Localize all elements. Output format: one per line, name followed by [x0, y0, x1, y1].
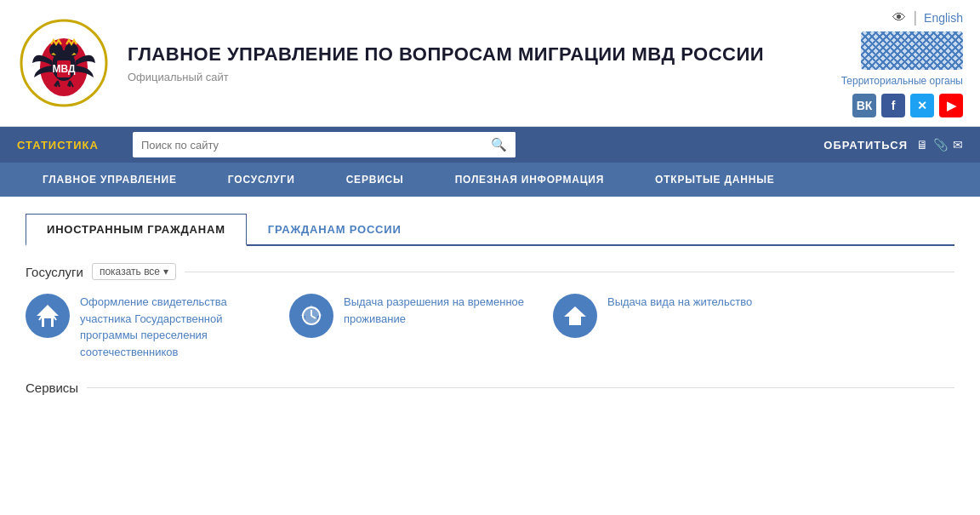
social-row: ВК f ✕ ▶	[852, 94, 963, 117]
service-icon-2	[289, 294, 333, 338]
service-icon-3	[553, 294, 597, 338]
region-link[interactable]: Территориальные органы	[841, 75, 963, 87]
lang-row: 👁 | English	[892, 9, 963, 26]
servisy-heading-row: Сервисы	[26, 381, 954, 395]
service-card-2: Выдача разрешения на временное проживани…	[289, 294, 527, 360]
services-row: Оформление свидетельства участника Госуд…	[26, 294, 954, 360]
contact-label[interactable]: ОБРАТИТЬСЯ	[823, 139, 908, 152]
tab-russian[interactable]: ГРАЖДАНАМ РОССИИ	[247, 214, 423, 246]
svg-rect-11	[44, 318, 51, 327]
header-title-block: ГЛАВНОЕ УПРАВЛЕНИЕ ПО ВОПРОСАМ МИГРАЦИИ …	[128, 43, 827, 83]
lang-divider: |	[913, 9, 917, 26]
youtube-button[interactable]: ▶	[939, 94, 963, 117]
nav-top-right: ОБРАТИТЬСЯ 🖥 📎 ✉	[823, 138, 963, 152]
nav-gosuslugi-item[interactable]: ГОСУСЛУГИ	[202, 163, 321, 197]
header-subtitle: Официальный сайт	[128, 71, 827, 83]
svg-text:МВД: МВД	[52, 63, 76, 75]
phone-icon: 📎	[933, 138, 948, 152]
service-icon-1	[26, 294, 70, 338]
nav-top-bar: СТАТИСТИКА 🔍 ОБРАТИТЬСЯ 🖥 📎 ✉	[0, 127, 980, 163]
nav-services-item[interactable]: СЕРВИСЫ	[321, 163, 430, 197]
english-link[interactable]: English	[924, 11, 963, 25]
nav-main-item[interactable]: ГЛАВНОЕ УПРАВЛЕНИЕ	[17, 163, 202, 197]
nav-useful-item[interactable]: ПОЛЕЗНАЯ ИНФОРМАЦИЯ	[430, 163, 630, 197]
servisy-heading-label: Сервисы	[26, 381, 78, 395]
search-button[interactable]: 🔍	[482, 132, 516, 157]
gosuslugi-heading-label: Госуслуги	[26, 265, 83, 279]
statistics-link[interactable]: СТАТИСТИКА	[17, 139, 99, 152]
search-wrapper: 🔍	[133, 132, 516, 157]
service-text-3[interactable]: Выдача вида на жительство	[607, 294, 752, 311]
show-all-button[interactable]: показать все ▾	[92, 263, 176, 280]
section-divider	[185, 272, 954, 272]
monitor-icon: 🖥	[916, 138, 928, 152]
main-content: ИНОСТРАННЫМ ГРАЖДАНАМ ГРАЖДАНАМ РОССИИ Г…	[0, 197, 980, 412]
service-card-3: Выдача вида на жительство	[553, 294, 752, 360]
header: МВД ГЛАВНОЕ УПРАВЛЕНИЕ ПО ВОПРОСАМ МИГРА…	[0, 0, 980, 127]
servisy-divider	[87, 387, 954, 388]
service-text-2[interactable]: Выдача разрешения на временное проживани…	[344, 294, 527, 327]
tabs-row: ИНОСТРАННЫМ ГРАЖДАНАМ ГРАЖДАНАМ РОССИИ	[26, 214, 954, 246]
search-input[interactable]	[133, 134, 482, 157]
region-pattern	[861, 31, 963, 70]
nav-opendata-item[interactable]: ОТКРЫТЫЕ ДАННЫЕ	[630, 163, 800, 197]
header-title: ГЛАВНОЕ УПРАВЛЕНИЕ ПО ВОПРОСАМ МИГРАЦИИ …	[128, 43, 827, 67]
tab-foreign[interactable]: ИНОСТРАННЫМ ГРАЖДАНАМ	[26, 214, 247, 246]
service-text-1[interactable]: Оформление свидетельства участника Госуд…	[80, 294, 264, 360]
mail-icon: ✉	[953, 138, 963, 152]
facebook-button[interactable]: f	[881, 94, 905, 117]
twitter-button[interactable]: ✕	[910, 94, 934, 117]
contact-icons: 🖥 📎 ✉	[916, 138, 963, 152]
service-card-1: Оформление свидетельства участника Госуд…	[26, 294, 264, 360]
gosuslugi-heading-row: Госуслуги показать все ▾	[26, 263, 954, 280]
eye-icon: 👁	[892, 10, 906, 26]
vk-button[interactable]: ВК	[852, 94, 876, 117]
logo: МВД	[17, 16, 111, 110]
nav-main-bar: ГЛАВНОЕ УПРАВЛЕНИЕ ГОСУСЛУГИ СЕРВИСЫ ПОЛ…	[0, 163, 980, 197]
header-right: 👁 | English Территориальные органы ВК f …	[827, 9, 963, 117]
chevron-down-icon: ▾	[163, 266, 168, 278]
